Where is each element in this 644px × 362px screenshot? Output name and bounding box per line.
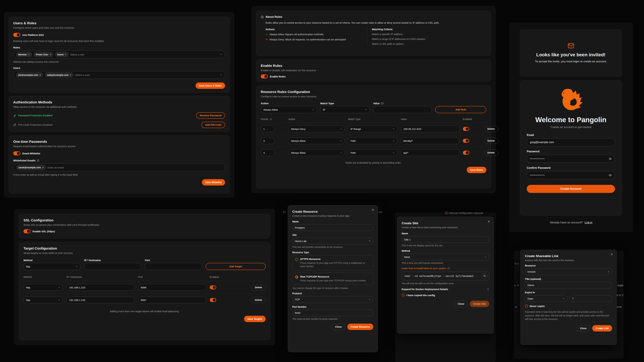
resource-select[interactable]: Immich	[525, 268, 612, 275]
target-method-select[interactable]: http	[24, 284, 63, 291]
save-whitelist-button[interactable]: Save Whitelist	[202, 179, 225, 186]
target-enabled-toggle[interactable]	[210, 298, 216, 302]
chevron-down-icon	[365, 108, 367, 111]
rule-value-input[interactable]	[401, 137, 460, 144]
docker-details-expander[interactable]: Expand for Docker Deployment Details	[402, 288, 489, 291]
remove-chip-icon[interactable]	[42, 166, 44, 169]
role-chip[interactable]: Member	[16, 52, 32, 57]
close-button[interactable]: Close	[454, 301, 468, 307]
target-ip-input[interactable]	[84, 263, 141, 270]
port-number-input[interactable]	[292, 310, 373, 316]
rule-priority-input[interactable]	[261, 125, 274, 132]
delete-rule-button[interactable]: Delete	[484, 138, 498, 144]
remove-password-button[interactable]: Remove Password	[196, 112, 225, 119]
eye-icon[interactable]	[608, 174, 612, 177]
remove-chip-icon[interactable]	[65, 53, 66, 56]
delete-rule-button[interactable]: Delete	[484, 150, 498, 156]
rule-action-select[interactable]: Always Allow	[288, 137, 345, 144]
confirm-password-field[interactable]: ••••••••••••	[527, 171, 615, 179]
remove-chip-icon[interactable]	[40, 73, 41, 76]
method-select[interactable]: Newt	[402, 254, 489, 260]
save-rules-button[interactable]: Save Rules	[467, 167, 486, 173]
rule-action-select[interactable]: Always Allow	[288, 149, 345, 156]
rule-enabled-toggle[interactable]	[463, 139, 469, 143]
close-icon[interactable]	[487, 220, 490, 223]
target-ip-input[interactable]	[66, 284, 134, 291]
user-chip[interactable]: jim@example.com	[16, 72, 43, 77]
sort-icon[interactable]	[270, 118, 272, 120]
create-resource-button[interactable]: Create Resource	[347, 324, 373, 330]
create-link-button[interactable]: Create Link	[592, 325, 612, 332]
close-button[interactable]: Close	[576, 325, 590, 332]
create-account-button[interactable]: Create Account	[527, 185, 615, 193]
platform-sso-toggle[interactable]	[13, 33, 20, 37]
remove-chip-icon[interactable]	[28, 53, 30, 56]
remove-chip-icon[interactable]	[70, 73, 72, 76]
eye-icon[interactable]	[608, 157, 612, 160]
radio-icon[interactable]	[402, 294, 405, 297]
rule-match-select[interactable]: IP	[320, 106, 370, 113]
expire-value-input[interactable]	[570, 295, 612, 302]
add-target-button[interactable]: Add Target	[206, 263, 266, 270]
create-site-button[interactable]: Create Site	[470, 301, 489, 307]
email-chip[interactable]: sarah@example.com	[16, 165, 46, 170]
radio-selected-icon[interactable]	[295, 276, 298, 279]
close-button[interactable]: Close	[332, 324, 345, 330]
rule-value-input[interactable]	[401, 149, 460, 156]
install-newt-link[interactable]: Learn how to install Newt on your system	[402, 267, 446, 270]
password-field[interactable]: ••••••••••••	[527, 155, 615, 163]
target-port-input[interactable]	[145, 263, 202, 270]
email-whitelist-toggle[interactable]	[13, 151, 20, 155]
delete-target-button[interactable]: Delete	[251, 284, 266, 291]
protocol-select[interactable]: TCP	[292, 296, 373, 303]
add-rule-button[interactable]: Add Rule	[435, 106, 486, 113]
emails-multiselect[interactable]: sarah@example.com Enter an email	[13, 164, 225, 171]
rule-action-select[interactable]: Always Deny	[288, 125, 345, 132]
target-port-input[interactable]	[138, 297, 206, 303]
rule-match-select[interactable]: Path	[348, 149, 398, 156]
link-title-input[interactable]	[525, 282, 612, 289]
site-select[interactable]: Home Lab	[292, 238, 373, 244]
role-chip[interactable]: Power User	[34, 52, 53, 57]
enable-ssl-toggle[interactable]	[24, 229, 30, 233]
delete-target-button[interactable]: Delete	[251, 297, 266, 303]
rule-priority-input[interactable]	[261, 137, 274, 144]
https-resource-option[interactable]: HTTPS Resource Proxy requests to your ap…	[292, 255, 373, 271]
users-multiselect[interactable]: jim@example.com sally@example.com Select…	[13, 71, 225, 79]
add-pin-code-button[interactable]: Add PIN Code	[202, 122, 225, 128]
radio-icon[interactable]	[525, 305, 528, 308]
save-users-roles-button[interactable]: Save Users & Roles	[196, 82, 225, 89]
delete-rule-button[interactable]: Delete	[484, 126, 498, 132]
save-targets-button[interactable]: Save Targets	[244, 316, 266, 322]
close-icon[interactable]	[372, 209, 374, 211]
resource-name-input[interactable]	[292, 224, 373, 231]
log-in-link[interactable]: Log in	[585, 221, 592, 224]
target-method-select[interactable]: http	[24, 263, 80, 270]
copy-icon[interactable]	[482, 273, 488, 279]
target-port-input[interactable]	[138, 284, 206, 291]
roles-multiselect[interactable]: Member Power User Guest Select a role	[13, 51, 225, 58]
rule-enabled-toggle[interactable]	[463, 151, 469, 155]
tcp-udp-resource-option[interactable]: Raw TCP/UDP Resource Proxy requests to y…	[292, 273, 373, 285]
close-icon[interactable]	[610, 253, 613, 256]
remove-chip-icon[interactable]	[50, 53, 51, 56]
rule-enabled-toggle[interactable]	[463, 127, 469, 131]
rule-priority-input[interactable]	[261, 149, 274, 156]
rule-match-select[interactable]: Path	[348, 137, 398, 144]
user-chip[interactable]: sally@example.com	[45, 72, 74, 77]
copied-config-radio-row[interactable]: I have copied the config	[402, 294, 489, 297]
expire-unit-select[interactable]: Days	[525, 295, 567, 302]
enable-rules-toggle[interactable]	[261, 74, 268, 78]
role-chip[interactable]: Guest	[55, 52, 68, 57]
rule-value-input[interactable]	[373, 106, 432, 113]
email-field[interactable]	[527, 138, 615, 146]
rule-match-select[interactable]: IP Range	[348, 125, 398, 132]
rule-action-select[interactable]: Always Allow	[261, 106, 317, 113]
target-method-select[interactable]: http	[24, 297, 63, 303]
never-expire-radio-row[interactable]: Never expire	[525, 305, 612, 308]
target-ip-input[interactable]	[66, 297, 134, 303]
rule-value-input[interactable]	[401, 125, 460, 132]
radio-icon[interactable]	[295, 258, 298, 261]
site-name-input[interactable]	[402, 236, 489, 243]
target-enabled-toggle[interactable]	[210, 285, 216, 290]
